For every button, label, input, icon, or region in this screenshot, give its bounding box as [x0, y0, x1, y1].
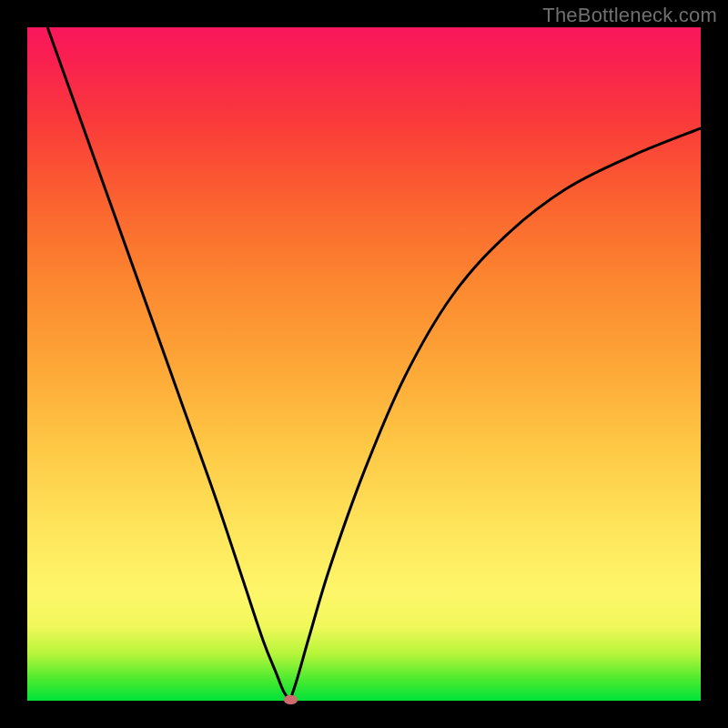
minimum-marker — [284, 695, 298, 704]
chart-frame: TheBottleneck.com — [0, 0, 728, 728]
plot-area — [27, 27, 701, 701]
curve-left-branch — [47, 27, 289, 701]
watermark-text: TheBottleneck.com — [542, 4, 717, 27]
bottleneck-curve — [27, 27, 701, 701]
curve-right-branch — [290, 128, 701, 701]
